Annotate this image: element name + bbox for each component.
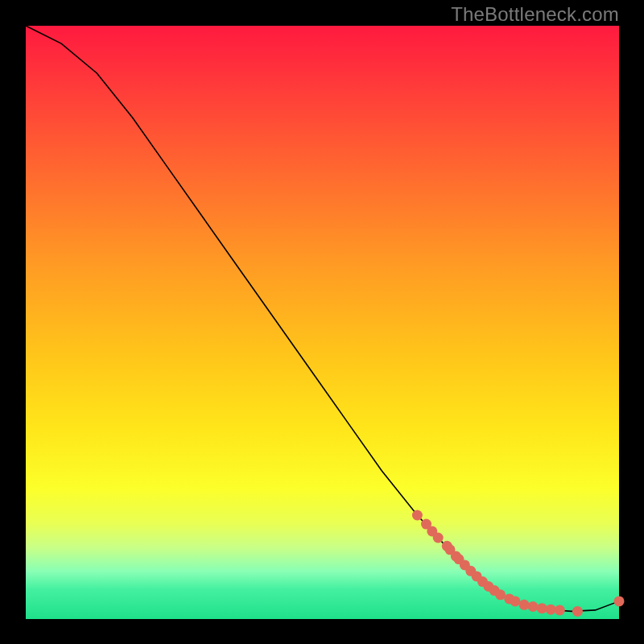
data-curve <box>26 26 619 611</box>
data-point <box>546 605 556 615</box>
data-point <box>495 589 506 600</box>
chart-svg <box>26 26 619 619</box>
data-point <box>412 510 423 521</box>
data-point <box>528 601 539 612</box>
data-point <box>555 605 565 615</box>
data-point <box>433 533 444 543</box>
chart-frame: TheBottleneck.com <box>0 0 644 644</box>
data-markers <box>412 510 625 617</box>
data-point <box>519 600 530 610</box>
watermark-text: TheBottleneck.com <box>451 3 619 26</box>
data-point <box>510 596 521 606</box>
data-point <box>572 606 583 617</box>
plot-area <box>26 26 619 619</box>
data-point <box>537 603 547 613</box>
data-point <box>614 596 625 606</box>
